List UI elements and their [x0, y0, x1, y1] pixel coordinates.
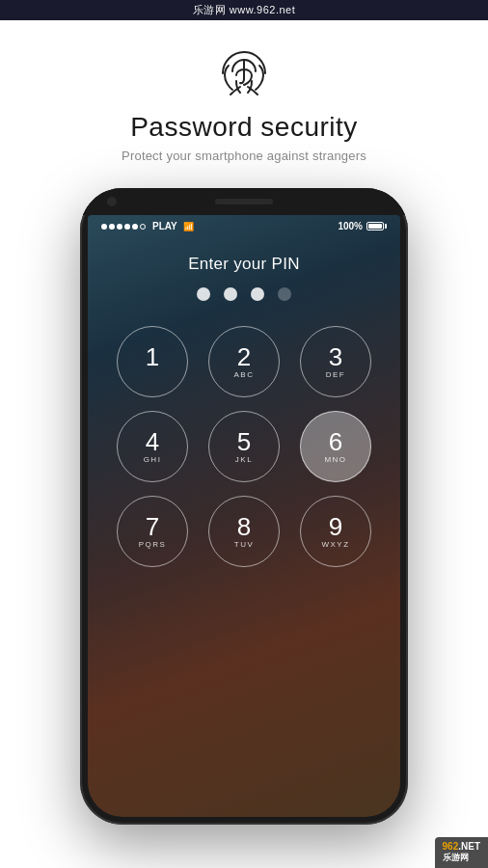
battery-percent: 100% [338, 221, 363, 231]
watermark-bottom-net: .NET [458, 841, 480, 852]
key-7-number: 7 [146, 514, 159, 539]
signal-dot-5 [132, 224, 138, 230]
key-7[interactable]: 7 PQRS [117, 496, 188, 567]
battery-tip [385, 224, 387, 229]
signal-dot-1 [101, 224, 107, 230]
watermark-bottom-number: 962 [443, 841, 459, 852]
carrier-label: PLAY [152, 221, 177, 231]
status-bar: PLAY 📶 100% [88, 215, 400, 235]
key-1-number: 1 [146, 344, 159, 369]
keypad-row-3: 7 PQRS 8 TUV 9 WXYZ [117, 496, 371, 567]
pin-dots [88, 287, 400, 301]
key-3-number: 3 [329, 344, 342, 369]
key-4[interactable]: 4 GHI [117, 411, 188, 482]
key-9[interactable]: 9 WXYZ [300, 496, 371, 567]
key-4-number: 4 [146, 429, 159, 454]
phone-camera [107, 197, 117, 206]
key-8-letters: TUV [234, 540, 255, 549]
phone-top-bar [80, 188, 408, 215]
key-1-letters [150, 370, 154, 379]
phone-mockup-container: PLAY 📶 100% Enter your PIN [0, 188, 488, 825]
key-6-number: 6 [329, 429, 342, 454]
key-8-number: 8 [237, 514, 251, 539]
key-7-letters: PQRS [139, 540, 167, 549]
key-6-letters: MNO [324, 455, 346, 464]
pin-section: Enter your PIN [88, 235, 400, 316]
key-5[interactable]: 5 JKL [208, 411, 280, 482]
app-title: Password security [130, 112, 358, 143]
status-right: 100% [338, 221, 387, 231]
pin-dot-1 [197, 287, 210, 301]
signal-dot-6 [140, 224, 146, 230]
battery-fill [368, 224, 382, 229]
key-5-letters: JKL [235, 455, 253, 464]
key-3[interactable]: 3 DEF [300, 326, 371, 397]
watermark-bottom: 962.NET 乐游网 [435, 837, 488, 868]
signal-dot-2 [109, 224, 115, 230]
key-8[interactable]: 8 TUV [208, 496, 280, 567]
key-9-letters: WXYZ [321, 540, 349, 549]
wifi-icon: 📶 [183, 222, 194, 231]
status-left: PLAY 📶 [101, 221, 194, 231]
key-6[interactable]: 6 MNO [300, 411, 371, 482]
signal-dots [101, 224, 146, 230]
battery-icon [366, 222, 387, 231]
battery-body [366, 222, 384, 231]
app-subtitle: Protect your smartphone against stranger… [122, 149, 366, 163]
key-9-number: 9 [329, 514, 342, 539]
pin-title: Enter your PIN [88, 255, 400, 274]
key-1[interactable]: 1 [117, 326, 188, 397]
pin-dot-4 [278, 287, 291, 301]
key-2-number: 2 [237, 344, 251, 369]
phone-screen: PLAY 📶 100% Enter your PIN [88, 215, 400, 817]
keypad: 1 2 ABC 3 DEF 4 GHI [88, 316, 400, 577]
key-2[interactable]: 2 ABC [208, 326, 280, 397]
signal-dot-4 [124, 224, 130, 230]
phone-mockup: PLAY 📶 100% Enter your PIN [80, 188, 408, 825]
pin-dot-2 [224, 287, 237, 301]
keypad-row-2: 4 GHI 5 JKL 6 MNO [117, 411, 371, 482]
top-section: Password security Protect your smartphon… [0, 15, 488, 180]
watermark-top: 乐游网 www.962.net [0, 0, 488, 20]
keypad-row-1: 1 2 ABC 3 DEF [117, 326, 371, 397]
watermark-bottom-site: 乐游网 [443, 853, 469, 862]
pin-dot-3 [251, 287, 264, 301]
key-5-number: 5 [237, 429, 251, 454]
key-2-letters: ABC [234, 370, 255, 379]
key-4-letters: GHI [144, 455, 162, 464]
signal-dot-3 [117, 224, 122, 230]
phone-speaker [215, 199, 273, 204]
fingerprint-icon [215, 44, 273, 102]
key-3-letters: DEF [326, 370, 346, 379]
